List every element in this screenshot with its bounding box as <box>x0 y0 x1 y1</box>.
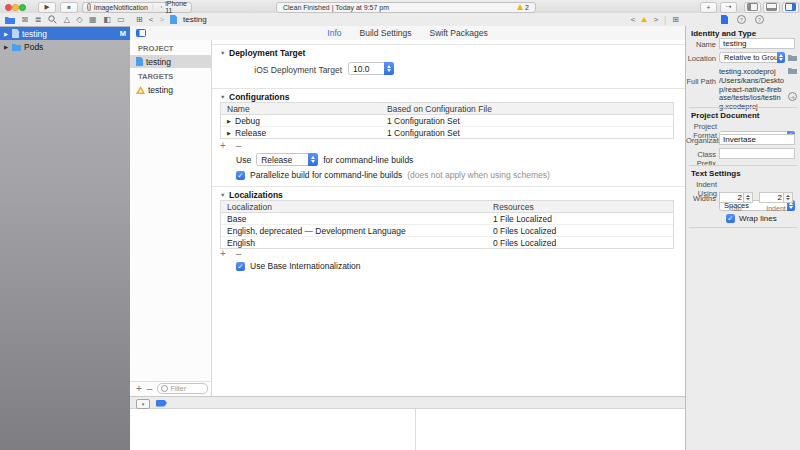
tab-build-settings[interactable]: Build Settings <box>360 28 412 38</box>
toggle-inspector-button[interactable] <box>782 2 799 13</box>
breakpoints-toggle-icon[interactable] <box>156 400 167 407</box>
editor-options-button[interactable]: ⇢ <box>720 2 737 13</box>
organization-field[interactable] <box>719 134 795 145</box>
disclosure-icon[interactable]: ▼ <box>220 94 225 100</box>
filter-field[interactable]: Filter <box>157 383 208 394</box>
tab-width-stepper[interactable]: 2 <box>719 192 753 203</box>
scheme-device-name[interactable]: iPhone 11 <box>165 0 187 14</box>
command-line-config-popup[interactable]: Release <box>256 153 318 166</box>
disclosure-icon[interactable]: ▶ <box>227 118 232 124</box>
parallelize-checkbox[interactable] <box>236 171 245 180</box>
location-popup[interactable]: Relative to Group <box>719 52 785 63</box>
debug-navigator-icon[interactable]: ▦ <box>89 16 97 24</box>
ios-deployment-target-combobox[interactable]: 10.0 <box>348 62 394 75</box>
find-navigator-icon[interactable] <box>48 15 57 24</box>
stepper-icon[interactable] <box>783 193 792 202</box>
forward-button[interactable]: > <box>159 15 164 24</box>
disclosure-icon[interactable]: ▶ <box>227 130 232 136</box>
column-resources[interactable]: Resources <box>487 202 673 212</box>
toggle-debug-area-button[interactable] <box>763 2 780 13</box>
open-in-finder-arrow-icon[interactable]: ➔ <box>788 92 797 101</box>
console-divider[interactable] <box>415 409 416 450</box>
symbol-navigator-icon[interactable]: ≣ <box>35 16 42 24</box>
jump-bar-file-name[interactable]: testing <box>183 15 207 24</box>
sidebar-item-pods[interactable]: ▶ Pods <box>0 40 130 53</box>
zoom-window-button[interactable] <box>19 4 26 11</box>
target-item-testing[interactable]: testing <box>130 83 211 96</box>
scheme-target-name[interactable]: ImageNotification <box>94 4 148 11</box>
library-button[interactable]: + <box>700 2 717 13</box>
disclosure-icon[interactable]: ▶ <box>4 31 9 37</box>
table-row[interactable]: English 0 Files Localized <box>221 237 673 248</box>
wrap-lines-label: Wrap lines <box>739 214 777 223</box>
table-header: Localization Resources <box>221 201 673 213</box>
disclosure-icon[interactable]: ▼ <box>220 192 225 198</box>
iphone-device-icon <box>161 3 162 11</box>
quick-help-inspector-tab-icon[interactable]: ? <box>737 15 746 24</box>
hide-debug-area-button[interactable]: ▾ <box>136 399 150 409</box>
add-configuration-button[interactable]: + <box>220 140 226 151</box>
tab-overview-icon[interactable]: ⊞ <box>136 15 143 24</box>
popup-value: Relative to Group <box>720 53 782 62</box>
minimize-window-button[interactable] <box>12 4 19 11</box>
related-items-grid-icon[interactable]: ⊞ <box>672 15 679 24</box>
issue-warning-icon[interactable] <box>641 17 647 22</box>
close-window-button[interactable] <box>5 4 12 11</box>
table-row[interactable]: English, deprecated — Development Langua… <box>221 225 673 237</box>
next-issue-button[interactable]: > <box>653 15 658 24</box>
report-navigator-icon[interactable]: ▭ <box>117 16 125 24</box>
class-prefix-field[interactable] <box>719 148 795 159</box>
breakpoint-navigator-icon[interactable]: ◧ <box>103 16 111 24</box>
disclosure-icon[interactable]: ▼ <box>220 50 225 56</box>
table-row[interactable]: ▶Release 1 Configuration Set <box>221 127 673 138</box>
project-file-icon <box>136 57 143 66</box>
indent-caption: Indent <box>759 205 793 212</box>
previous-issue-button[interactable]: < <box>631 15 636 24</box>
table-row[interactable]: ▶Debug 1 Configuration Set <box>221 115 673 127</box>
sidebar-item-testing[interactable]: ▶ testing M <box>0 27 130 40</box>
tab-swift-packages[interactable]: Swift Packages <box>430 28 488 38</box>
indent-width-stepper[interactable]: 2 <box>759 192 793 203</box>
base-internationalization-row: Use Base Internationalization <box>236 261 361 271</box>
stop-button[interactable]: ■ <box>60 2 78 13</box>
name-field[interactable] <box>719 38 795 49</box>
issue-navigator-icon[interactable]: △ <box>64 16 70 24</box>
run-button[interactable]: ▶ <box>38 2 56 13</box>
warning-count[interactable]: 2 <box>525 4 529 11</box>
section-localizations[interactable]: ▼ Localizations <box>220 190 283 200</box>
editor-jump-bar: ⊞ < > testing < > | ⊞ <box>130 13 685 26</box>
debug-bar: ▾ <box>130 396 685 409</box>
scheme-selector[interactable]: i ImageNotification 〉 iPhone 11 <box>82 2 192 13</box>
file-folder-icon[interactable] <box>788 67 797 74</box>
hide-project-list-icon[interactable] <box>136 29 146 37</box>
debug-area[interactable] <box>130 409 685 450</box>
activity-viewer[interactable]: Clean Finished | Today at 9:57 pm 2 <box>276 2 536 13</box>
name-label: Name <box>686 40 716 49</box>
section-configurations[interactable]: ▼ Configurations <box>220 92 289 102</box>
disclosure-icon[interactable]: ▶ <box>4 44 9 50</box>
column-name[interactable]: Name <box>221 104 381 114</box>
test-navigator-icon[interactable]: ◇ <box>76 16 82 24</box>
remove-target-button[interactable]: – <box>147 383 153 394</box>
table-row[interactable]: Base 1 File Localized <box>221 213 673 225</box>
wrap-lines-checkbox[interactable] <box>726 214 735 223</box>
back-button[interactable]: < <box>149 15 154 24</box>
file-inspector-tab-icon[interactable] <box>721 15 728 24</box>
history-inspector-tab-icon[interactable]: ? <box>755 15 764 24</box>
base-internationalization-checkbox[interactable] <box>236 262 245 271</box>
section-deployment-target[interactable]: ▼ Deployment Target <box>220 48 305 58</box>
remove-configuration-button[interactable]: – <box>236 140 242 151</box>
column-based-on[interactable]: Based on Configuration File <box>381 104 673 114</box>
source-control-navigator-icon[interactable]: ⊠ <box>22 16 29 24</box>
add-target-button[interactable]: + <box>136 383 142 394</box>
remove-localization-button[interactable]: – <box>236 248 242 259</box>
project-item-testing[interactable]: testing <box>130 55 211 68</box>
project-navigator-icon[interactable] <box>5 16 15 24</box>
stepper-icon[interactable] <box>743 193 752 202</box>
add-localization-button[interactable]: + <box>220 248 226 259</box>
tab-info[interactable]: Info <box>327 28 341 38</box>
location-folder-icon[interactable] <box>788 54 797 61</box>
column-localization[interactable]: Localization <box>221 202 487 212</box>
table-header: Name Based on Configuration File <box>221 103 673 115</box>
toggle-navigator-button[interactable] <box>744 2 761 13</box>
